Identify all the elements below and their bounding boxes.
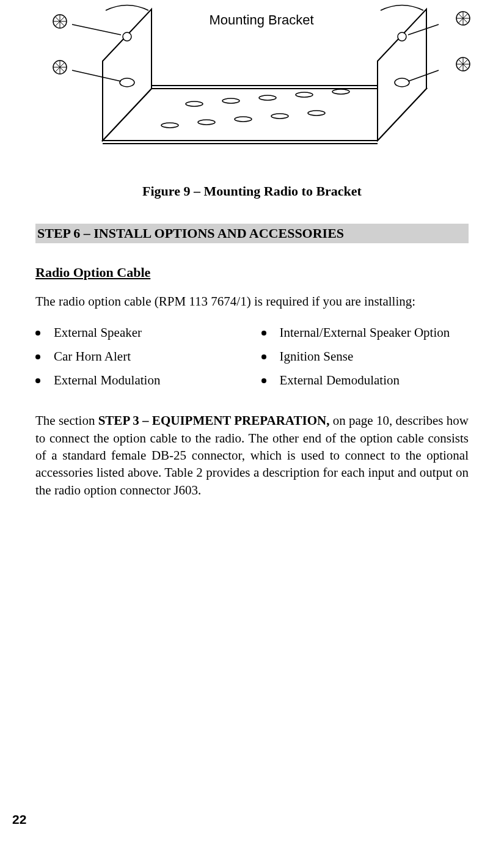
svg-line-19 [72,24,121,35]
svg-point-18 [395,78,409,87]
svg-point-6 [271,114,288,119]
body-paragraph: The section STEP 3 – EQUIPMENT PREPARATI… [35,412,469,499]
svg-point-17 [398,32,406,41]
list-item: External Demodulation [261,373,469,388]
svg-point-7 [308,111,325,116]
svg-point-11 [296,92,313,97]
mounting-bracket-diagram: Mounting Bracket [35,3,475,150]
bracket-label-text: Mounting Bracket [209,12,313,28]
body-text-pre: The section [35,413,98,428]
svg-point-3 [161,123,178,128]
bullet-text: Internal/External Speaker Option [280,325,450,340]
bullet-text: Ignition Sense [280,349,354,364]
bullet-list: External Speaker Car Horn Alert External… [35,325,469,397]
svg-point-4 [198,120,215,125]
bullet-icon [35,331,40,336]
page-number: 22 [12,812,26,827]
list-item: External Speaker [35,325,243,340]
list-item: Internal/External Speaker Option [261,325,469,340]
figure-caption: Figure 9 – Mounting Radio to Bracket [35,183,469,199]
svg-point-8 [186,101,203,106]
bullet-text: External Demodulation [280,373,400,388]
body-text-bold: STEP 3 – EQUIPMENT PREPARATION, [98,413,330,428]
intro-paragraph: The radio option cable (RPM 113 7674/1) … [35,293,469,310]
screw-icon [53,61,67,74]
bullet-icon [261,331,266,336]
bullet-column-left: External Speaker Car Horn Alert External… [35,325,243,397]
screw-icon [456,12,470,25]
bullet-text: External Speaker [54,325,142,340]
svg-marker-14 [378,9,426,141]
svg-point-5 [235,117,252,122]
figure-mounting-bracket: Mounting Bracket [35,3,469,150]
svg-point-16 [120,78,134,87]
list-item: External Modulation [35,373,243,388]
bullet-column-right: Internal/External Speaker Option Ignitio… [261,325,469,397]
svg-point-15 [123,32,131,41]
screw-icon [456,57,470,71]
step-heading: STEP 6 – INSTALL OPTIONS AND ACCESSORIES [35,224,469,243]
bullet-icon [261,378,266,383]
bullet-icon [261,354,266,359]
svg-point-9 [222,98,239,103]
bullet-icon [35,354,40,359]
bullet-text: Car Horn Alert [54,349,131,364]
bullet-text: External Modulation [54,373,160,388]
subheading-radio-option-cable: Radio Option Cable [35,265,469,281]
svg-point-12 [332,89,349,94]
list-item: Ignition Sense [261,349,469,364]
list-item: Car Horn Alert [35,349,243,364]
svg-point-10 [259,95,276,100]
bullet-icon [35,378,40,383]
screw-icon [53,15,67,28]
